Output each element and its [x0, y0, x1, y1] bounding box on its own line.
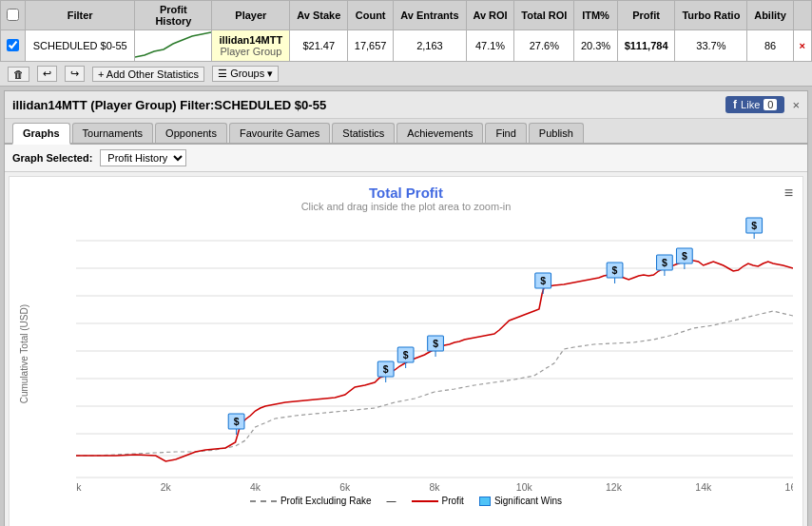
svg-text:$: $ — [612, 265, 618, 276]
ability-value: 86 — [747, 30, 793, 62]
back-button[interactable]: ↩ — [37, 66, 57, 82]
tab-tournaments[interactable]: Tournaments — [72, 123, 154, 143]
av-stake-value: $21.47 — [290, 30, 348, 62]
panel-header: illidan14MTT (Player Group) Filter:SCHED… — [5, 91, 807, 119]
facebook-like-button[interactable]: f Like 0 — [725, 96, 784, 113]
chart-subtitle: Click and drag inside the plot area to z… — [10, 201, 802, 212]
y-axis-label: Cumulative Total (USD) — [19, 304, 29, 403]
chart-title: Total Profit — [10, 177, 802, 201]
toolbar: 🗑 ↩ ↪ + Add Other Statistics ☰ Groups ▾ — [0, 62, 812, 87]
graph-selector-row: Graph Selected: Profit History — [5, 145, 807, 172]
count-value: 17,657 — [348, 30, 394, 62]
svg-text:$: $ — [540, 276, 546, 286]
main-panel: illidan14MTT (Player Group) Filter:SCHED… — [4, 90, 808, 526]
svg-text:$: $ — [751, 221, 757, 231]
add-statistics-button[interactable]: + Add Other Statistics — [92, 67, 204, 82]
row-close-cell[interactable]: × — [793, 30, 811, 62]
tab-statistics[interactable]: Statistics — [332, 123, 395, 143]
chart-legend: Profit Excluding Rake — Profit Significa… — [10, 492, 802, 510]
select-all-checkbox[interactable] — [7, 9, 19, 21]
col-player: Player — [212, 1, 290, 30]
svg-text:8k: 8k — [429, 482, 440, 492]
tab-favourite-games[interactable]: Favourite Games — [229, 123, 330, 143]
col-profit-history: Profit History — [135, 1, 212, 30]
svg-text:6k: 6k — [339, 482, 351, 492]
tab-graphs[interactable]: Graphs — [12, 123, 70, 145]
fb-label: Like — [741, 99, 760, 110]
col-itm: ITM% — [574, 1, 618, 30]
delete-button[interactable]: 🗑 — [8, 67, 29, 82]
player-group: Player Group — [218, 46, 283, 57]
col-filter: Filter — [26, 1, 135, 30]
tab-opponents[interactable]: Opponents — [155, 123, 227, 143]
graph-selector-label: Graph Selected: — [12, 152, 92, 164]
col-close — [793, 1, 811, 30]
chart-svg: 120K 105K 90K 75K 60K 45K 30K 15K 0 -15K… — [76, 216, 793, 492]
forward-button[interactable]: ↪ — [65, 66, 85, 82]
legend-dashed-label: Profit Excluding Rake — [280, 496, 372, 506]
col-av-entrants: Av Entrants — [394, 1, 467, 30]
player-value: illidan14MTT Player Group — [212, 30, 290, 62]
legend-dashed-line — [250, 500, 277, 502]
legend-box-label: Significant Wins — [494, 496, 562, 506]
legend-solid-item: Profit — [412, 496, 464, 506]
col-av-stake: Av Stake — [290, 1, 348, 30]
panel-title: illidan14MTT (Player Group) Filter:SCHED… — [12, 98, 326, 112]
panel-close-button[interactable]: × — [792, 98, 800, 112]
groups-button[interactable]: ☰ Groups ▾ — [212, 66, 279, 82]
col-profit: Profit — [617, 1, 675, 30]
av-entrants-value: 2,163 — [394, 30, 467, 62]
svg-text:4k: 4k — [250, 482, 261, 492]
legend-blue-box — [479, 497, 491, 506]
player-name: illidan14MTT — [218, 34, 283, 46]
tab-achievements[interactable]: Achievements — [396, 123, 483, 143]
row-checkbox[interactable] — [7, 39, 19, 51]
legend-box-item: Significant Wins — [479, 496, 562, 506]
svg-text:0k: 0k — [76, 482, 82, 492]
fb-count: 0 — [764, 99, 777, 110]
profit-value: $111,784 — [617, 30, 675, 62]
col-checkbox — [1, 1, 26, 30]
svg-text:16k: 16k — [785, 482, 793, 492]
av-roi-value: 47.1% — [466, 30, 514, 62]
svg-text:$: $ — [383, 364, 389, 375]
legend-solid-label: Profit — [442, 496, 464, 506]
svg-text:$: $ — [433, 339, 438, 349]
svg-text:$: $ — [662, 258, 667, 268]
svg-text:14k: 14k — [695, 482, 712, 492]
legend-solid-line — [412, 500, 438, 502]
svg-text:$: $ — [682, 251, 687, 262]
tabs-bar: GraphsTournamentsOpponentsFavourite Game… — [5, 119, 807, 145]
tab-publish[interactable]: Publish — [529, 123, 584, 143]
profit-history-sparkline — [135, 30, 212, 62]
legend-separator: — — [387, 496, 396, 506]
col-av-roi: Av ROI — [466, 1, 514, 30]
row-checkbox-cell[interactable] — [1, 30, 26, 62]
chart-container: Total Profit Click and drag inside the p… — [9, 176, 803, 526]
col-turbo: Turbo Ratio — [675, 1, 747, 30]
svg-text:2k: 2k — [161, 482, 172, 492]
svg-text:12k: 12k — [606, 482, 623, 492]
turbo-ratio-value: 33.7% — [675, 30, 747, 62]
col-total-roi: Total ROI — [514, 1, 574, 30]
fb-icon: f — [733, 98, 737, 111]
svg-text:$: $ — [234, 417, 240, 427]
graph-selector-dropdown[interactable]: Profit History — [100, 149, 186, 166]
tab-find[interactable]: Find — [485, 123, 526, 143]
chart-menu-icon[interactable]: ≡ — [784, 185, 793, 202]
col-ability: Ability — [747, 1, 793, 30]
col-count: Count — [348, 1, 394, 30]
chart-plot-area[interactable]: Cumulative Total (USD) 120K 105K 90K 75K — [76, 216, 793, 492]
svg-text:10k: 10k — [516, 482, 533, 492]
svg-text:$: $ — [403, 350, 409, 360]
filter-value: SCHEDULED $0-55 — [26, 30, 135, 62]
legend-dashed-item: Profit Excluding Rake — [250, 496, 372, 506]
total-roi-value: 27.6% — [514, 30, 574, 62]
itm-value: 20.3% — [574, 30, 618, 62]
